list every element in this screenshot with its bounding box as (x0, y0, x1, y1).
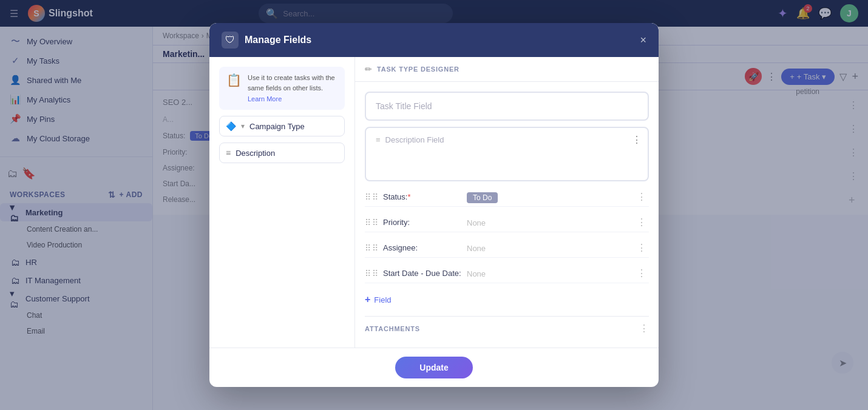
modal-footer: Update (209, 348, 659, 387)
priority-field-name: Priority: (383, 218, 462, 227)
priority-more-btn[interactable]: ⋮ (634, 217, 649, 228)
campaign-type-label: Campaign Type (249, 122, 305, 131)
modal-left-panel: 📋 Use it to create tasks with the same f… (209, 57, 355, 348)
desc-drag-icon: ≡ (376, 135, 381, 173)
desc-more-btn[interactable]: ⋮ (632, 134, 642, 146)
status-field-value: To Do (467, 192, 629, 203)
tip-text: Use it to create tasks with the same fie… (248, 73, 337, 93)
campaign-type-icon: 🔷 (226, 121, 236, 131)
designer-title: TASK TYPE DESIGNER (377, 66, 459, 73)
field-row-priority: ⠿ Priority: None ⋮ (365, 213, 649, 232)
update-button[interactable]: Update (395, 357, 472, 378)
modal-right-body: Task Title Field ≡ Description Field ⋮ (355, 82, 659, 348)
field-item-campaign-type[interactable]: 🔷 ▾ Campaign Type (219, 116, 345, 136)
main-area: 〜 My Overview ✓ My Tasks 👤 Shared with M… (0, 27, 868, 410)
assignee-field-value: None (467, 243, 629, 254)
dates-drag-handle[interactable]: ⠿ (365, 269, 378, 278)
field-item-description[interactable]: ≡ Description (219, 143, 345, 163)
dates-field-value: None (467, 268, 629, 279)
assignee-more-btn[interactable]: ⋮ (634, 242, 649, 254)
status-badge: To Do (467, 192, 498, 203)
dates-value: None (467, 269, 486, 278)
content-area: Workspace › Marketin... Marketin... Cam.… (153, 27, 868, 410)
task-title-field: Task Title Field (365, 92, 649, 121)
status-field-name: Status:* (383, 192, 462, 201)
dates-field-name: Start Date - Due Date: (383, 269, 462, 278)
assignee-value: None (467, 244, 486, 253)
task-title-placeholder: Task Title Field (376, 101, 432, 111)
edit-icon: ✏ (365, 64, 372, 74)
priority-drag-handle[interactable]: ⠿ (365, 218, 378, 227)
description-icon: ≡ (226, 148, 231, 158)
desc-field-label: Description Field (385, 135, 444, 173)
modal-right-header: ✏ TASK TYPE DESIGNER (355, 57, 659, 82)
modal-title: Manage Fields (245, 35, 634, 45)
assignee-field-name: Assignee: (383, 243, 462, 252)
attachments-row: ATTACHMENTS ⋮ (365, 316, 649, 338)
description-label: Description (236, 149, 275, 158)
tip-content: Use it to create tasks with the same fie… (248, 73, 337, 104)
assignee-drag-handle[interactable]: ⠿ (365, 243, 378, 253)
modal-right-panel: ✏ TASK TYPE DESIGNER Task Title Field (355, 57, 659, 348)
dates-more-btn[interactable]: ⋮ (634, 267, 649, 279)
status-more-btn[interactable]: ⋮ (634, 191, 649, 203)
priority-value: None (467, 218, 486, 227)
field-row-assignee: ⠿ Assignee: None ⋮ (365, 238, 649, 258)
add-field-icon: + (365, 294, 370, 305)
learn-more-link[interactable]: Learn More (248, 95, 282, 102)
add-field-row[interactable]: + Field (365, 289, 649, 310)
description-field-box: ≡ Description Field ⋮ (365, 127, 649, 181)
status-drag-handle[interactable]: ⠿ (365, 192, 378, 202)
modal-close-btn[interactable]: × (640, 35, 646, 45)
tip-icon: 📋 (226, 73, 242, 104)
add-field-label: Field (374, 295, 391, 304)
campaign-type-arrow: ▾ (241, 122, 245, 130)
manage-fields-modal: 🛡 Manage Fields × 📋 Use it to create tas… (209, 27, 659, 387)
modal-tip: 📋 Use it to create tasks with the same f… (219, 67, 345, 110)
modal-overlay: 🛡 Manage Fields × 📋 Use it to create tas… (153, 27, 868, 410)
required-star: * (407, 192, 410, 201)
attachments-more-btn[interactable]: ⋮ (639, 323, 649, 334)
field-row-dates: ⠿ Start Date - Due Date: None ⋮ (365, 264, 649, 283)
field-row-status: ⠿ Status:* To Do ⋮ (365, 187, 649, 207)
modal-header-icon: 🛡 (222, 32, 239, 49)
modal-header: 🛡 Manage Fields × (209, 27, 659, 57)
modal-body: 📋 Use it to create tasks with the same f… (209, 57, 659, 348)
priority-field-value: None (467, 217, 629, 228)
shield-icon: 🛡 (225, 35, 235, 45)
attachments-label: ATTACHMENTS (365, 325, 420, 332)
